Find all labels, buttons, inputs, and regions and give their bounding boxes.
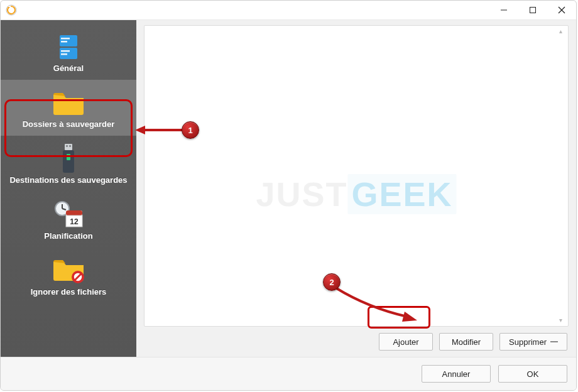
svg-rect-20 bbox=[66, 210, 82, 215]
sidebar-item-ignore-files[interactable]: Ignorer des fichiers bbox=[1, 248, 136, 303]
sidebar-item-label: Planification bbox=[44, 232, 92, 241]
svg-rect-9 bbox=[61, 50, 70, 52]
add-button[interactable]: Ajouter bbox=[379, 333, 433, 351]
svg-rect-13 bbox=[69, 145, 71, 147]
app-icon bbox=[6, 4, 17, 16]
svg-rect-14 bbox=[63, 150, 74, 173]
svg-rect-6 bbox=[61, 38, 70, 40]
app-window: Général Dossiers à sauvegarder bbox=[0, 0, 577, 391]
maximize-button[interactable] bbox=[518, 1, 547, 19]
close-button[interactable] bbox=[547, 1, 576, 19]
sidebar-item-label: Destinations des sauvegardes bbox=[9, 176, 127, 185]
window-controls bbox=[489, 1, 576, 19]
main-area: ▴ ▾ JUSTGEEK Ajouter Modifier Supprimer bbox=[136, 20, 576, 357]
minimize-button[interactable] bbox=[489, 1, 518, 19]
sidebar-item-general[interactable]: Général bbox=[1, 24, 136, 80]
delete-button[interactable]: Supprimer bbox=[499, 333, 567, 351]
general-icon bbox=[56, 33, 81, 62]
folders-list-panel[interactable]: ▴ ▾ JUSTGEEK bbox=[144, 25, 569, 327]
ok-button[interactable]: OK bbox=[498, 365, 567, 383]
sidebar-item-folders-to-backup[interactable]: Dossiers à sauvegarder bbox=[1, 80, 136, 136]
svg-text:12: 12 bbox=[70, 217, 79, 226]
watermark: JUSTGEEK bbox=[256, 175, 456, 214]
sidebar-item-destinations[interactable]: Destinations des sauvegardes bbox=[1, 136, 136, 192]
sidebar: Général Dossiers à sauvegarder bbox=[1, 20, 136, 357]
client-area: Général Dossiers à sauvegarder bbox=[1, 20, 576, 390]
sidebar-item-schedule[interactable]: 12 Planification bbox=[1, 192, 136, 248]
svg-rect-15 bbox=[67, 154, 70, 160]
svg-rect-10 bbox=[61, 53, 67, 55]
sidebar-item-label: Ignorer des fichiers bbox=[31, 288, 107, 297]
sidebar-item-label: Général bbox=[53, 64, 84, 74]
scroll-down-icon[interactable]: ▾ bbox=[559, 317, 565, 324]
modify-button[interactable]: Modifier bbox=[439, 333, 493, 351]
svg-rect-2 bbox=[530, 8, 536, 13]
svg-rect-12 bbox=[66, 145, 68, 147]
svg-rect-11 bbox=[65, 144, 72, 150]
usb-drive-icon bbox=[59, 144, 78, 173]
scroll-up-icon[interactable]: ▴ bbox=[559, 28, 565, 35]
folder-block-icon bbox=[52, 256, 85, 285]
folder-icon bbox=[52, 89, 85, 117]
schedule-icon: 12 bbox=[52, 200, 85, 229]
titlebar bbox=[1, 1, 576, 20]
panel-actions-row: Ajouter Modifier Supprimer bbox=[144, 327, 569, 351]
cancel-button[interactable]: Annuler bbox=[422, 365, 491, 383]
dialog-footer: Annuler OK bbox=[1, 357, 576, 390]
svg-rect-7 bbox=[61, 41, 67, 43]
sidebar-item-label: Dossiers à sauvegarder bbox=[23, 120, 115, 129]
